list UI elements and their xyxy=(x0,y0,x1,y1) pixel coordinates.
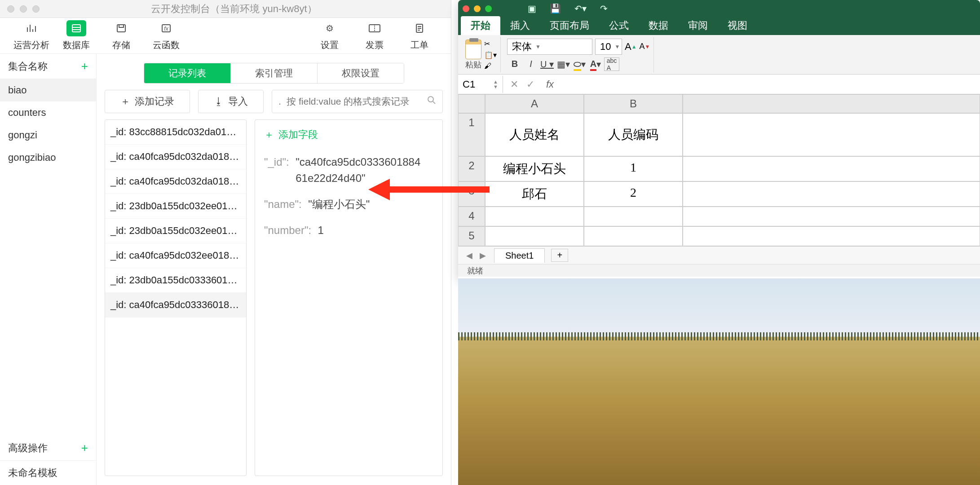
row-header-1[interactable]: 1 xyxy=(458,113,485,156)
import-button[interactable]: ⭳导入 xyxy=(198,90,264,113)
ribbon-tab-view[interactable]: 视图 xyxy=(718,16,757,35)
toolbar-analytics[interactable]: 运营分析 xyxy=(9,20,54,51)
redo-icon[interactable]: ↷ xyxy=(600,3,608,14)
ribbon-tab-data[interactable]: 数据 xyxy=(639,16,678,35)
font-color-button[interactable]: A▾ xyxy=(588,57,603,71)
search-input[interactable] xyxy=(284,92,427,111)
save-icon xyxy=(111,20,131,36)
traffic-min[interactable] xyxy=(20,5,27,13)
select-all-corner[interactable] xyxy=(458,94,485,113)
underline-button[interactable]: U ▾ xyxy=(539,57,555,71)
font-select[interactable]: 宋体▼ xyxy=(507,39,592,55)
field-id[interactable]: "_id": "ca40fca95dc033360188461e22d24d40… xyxy=(264,154,433,186)
cell-A2[interactable]: 编程小石头 xyxy=(485,156,584,181)
search-icon[interactable] xyxy=(427,96,436,107)
toolbar-functions[interactable]: fx 云函数 xyxy=(144,20,189,51)
record-row[interactable]: _id: 23db0a155dc032ee0184912... xyxy=(105,219,246,243)
format-painter-icon[interactable]: 🖌 xyxy=(484,62,497,70)
template-item[interactable]: 未命名模板 xyxy=(0,461,96,485)
ribbon-tab-layout[interactable]: 页面布局 xyxy=(540,16,599,35)
toolbar-invoice[interactable]: 发票 xyxy=(352,20,397,51)
undo-icon[interactable]: ↶▾ xyxy=(574,3,587,14)
cell-B5[interactable] xyxy=(584,226,683,246)
traffic-min[interactable] xyxy=(474,5,481,12)
cell-C3[interactable] xyxy=(683,181,980,207)
confirm-icon[interactable]: ✓ xyxy=(526,79,534,90)
cell-B3[interactable]: 2 xyxy=(584,181,683,207)
toolbar-database[interactable]: 数据库 xyxy=(54,20,99,51)
border-button[interactable]: ▦▾ xyxy=(556,57,571,71)
row-header-4[interactable]: 4 xyxy=(458,207,485,226)
add-record-button[interactable]: ＋添加记录 xyxy=(105,90,190,113)
record-row[interactable]: _id: 23db0a155dc032ee0184912... xyxy=(105,194,246,219)
cell-A5[interactable] xyxy=(485,226,584,246)
traffic-max[interactable] xyxy=(32,5,40,13)
cell-B2[interactable]: 1 xyxy=(584,156,683,181)
record-row[interactable]: _id: ca40fca95dc032da018813a... xyxy=(105,145,246,169)
toolbar-settings[interactable]: ⚙ 设置 xyxy=(307,20,352,51)
field-name[interactable]: "name": "编程小石头" xyxy=(264,196,433,212)
font-size-select[interactable]: 10▼ xyxy=(595,39,622,55)
name-box[interactable]: C1 ▲▼ xyxy=(458,76,503,93)
shrink-font-button[interactable]: A▼ xyxy=(640,39,650,55)
tab-permission[interactable]: 权限设置 xyxy=(318,63,404,83)
save-icon[interactable]: 💾 xyxy=(550,3,561,14)
col-header-A[interactable]: A xyxy=(485,94,584,113)
cell-A1[interactable]: 人员姓名 xyxy=(485,113,584,156)
add-field-button[interactable]: ＋添加字段 xyxy=(264,128,433,141)
cancel-icon[interactable]: ✕ xyxy=(510,79,518,90)
cell-B1[interactable]: 人员编码 xyxy=(584,113,683,156)
cell-C1[interactable] xyxy=(683,113,980,156)
italic-button[interactable]: I xyxy=(523,57,539,71)
record-row[interactable]: _id: ca40fca95dc032ee01881e3... xyxy=(105,243,246,268)
copy-icon[interactable]: 📋▾ xyxy=(484,51,497,59)
records-list: _id: 83cc88815dc032da018808... _id: ca40… xyxy=(105,119,247,476)
toolbar-storage[interactable]: 存储 xyxy=(99,20,144,51)
collection-item-biao[interactable]: biao xyxy=(0,79,96,101)
cell-C2[interactable] xyxy=(683,156,980,181)
field-number[interactable]: "number": 1 xyxy=(264,222,433,238)
cell-B4[interactable] xyxy=(584,207,683,226)
add-collection-icon[interactable]: + xyxy=(81,59,88,73)
add-sheet-button[interactable]: + xyxy=(551,249,568,262)
traffic-close[interactable] xyxy=(7,5,14,13)
fill-color-button[interactable]: ⬭▾ xyxy=(572,57,587,71)
record-row[interactable]: _id: ca40fca95dc033360188461... xyxy=(105,293,246,317)
paste-icon[interactable] xyxy=(465,40,481,59)
home-icon[interactable]: ▣ xyxy=(528,3,536,14)
search-box[interactable]: . xyxy=(272,90,443,113)
sheet-tab[interactable]: Sheet1 xyxy=(494,248,545,263)
ribbon-tab-insert[interactable]: 插入 xyxy=(500,16,540,35)
ribbon-tab-home[interactable]: 开始 xyxy=(461,16,500,35)
collection-item-counters[interactable]: counters xyxy=(0,101,96,124)
record-row[interactable]: _id: ca40fca95dc032da018813a... xyxy=(105,169,246,194)
bold-button[interactable]: B xyxy=(507,57,522,71)
row-header-5[interactable]: 5 xyxy=(458,226,485,246)
record-row[interactable]: _id: 23db0a155dc033360184b8f... xyxy=(105,268,246,293)
collection-item-gongzibiao[interactable]: gongzibiao xyxy=(0,146,96,169)
cell-C4[interactable] xyxy=(683,207,980,226)
tab-index[interactable]: 索引管理 xyxy=(231,63,318,83)
namebox-stepper[interactable]: ▲▼ xyxy=(493,79,498,89)
row-header-2[interactable]: 2 xyxy=(458,156,485,181)
col-header-C[interactable] xyxy=(683,94,980,113)
cell-A4[interactable] xyxy=(485,207,584,226)
record-row[interactable]: _id: 83cc88815dc032da018808... xyxy=(105,120,246,145)
cell-C5[interactable] xyxy=(683,226,980,246)
cut-icon[interactable]: ✂ xyxy=(484,40,497,48)
traffic-max[interactable] xyxy=(485,5,492,12)
cell-A3[interactable]: 邱石 xyxy=(485,181,584,207)
col-header-B[interactable]: B xyxy=(584,94,683,113)
sheet-nav-prev[interactable]: ◀ xyxy=(463,251,476,260)
toolbar-ticket[interactable]: 工单 xyxy=(397,20,442,51)
sheet-nav-next[interactable]: ▶ xyxy=(476,251,490,260)
collection-item-gongzi[interactable]: gongzi xyxy=(0,124,96,146)
ribbon-tab-formula[interactable]: 公式 xyxy=(599,16,639,35)
traffic-close[interactable] xyxy=(463,5,469,12)
grow-font-button[interactable]: A▲ xyxy=(625,39,637,55)
phonetic-button[interactable]: abcA xyxy=(604,57,619,71)
ribbon-tab-review[interactable]: 审阅 xyxy=(678,16,718,35)
row-header-3[interactable]: 3 xyxy=(458,181,485,207)
add-advanced-icon[interactable]: + xyxy=(81,441,88,455)
tab-records[interactable]: 记录列表 xyxy=(144,63,231,83)
